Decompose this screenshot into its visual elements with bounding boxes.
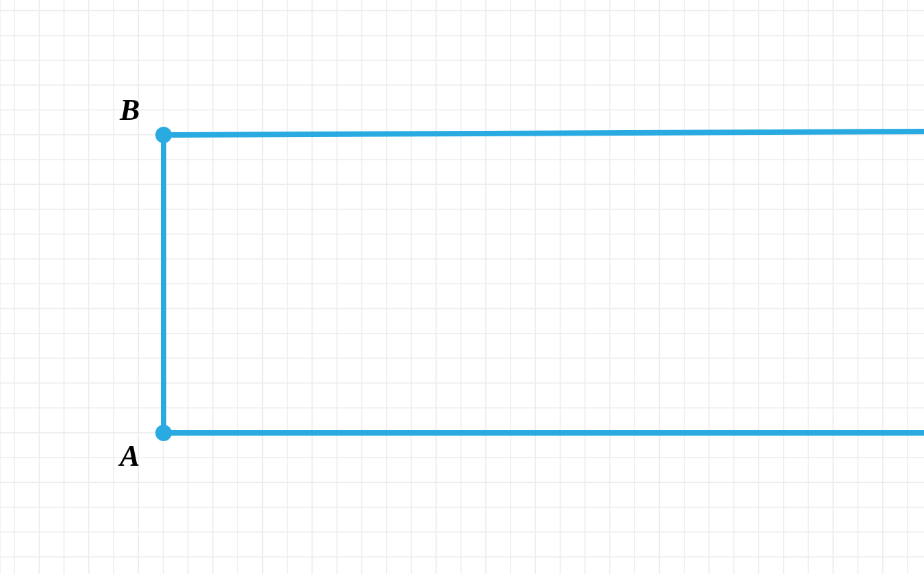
grid [0,0,924,574]
label-b: B [120,92,140,127]
point-b [155,127,172,143]
geometry-lines [164,132,924,433]
label-a: A [120,438,140,473]
geometry-diagram [0,0,924,574]
point-a [155,425,172,441]
ray-from-b [164,132,924,135]
